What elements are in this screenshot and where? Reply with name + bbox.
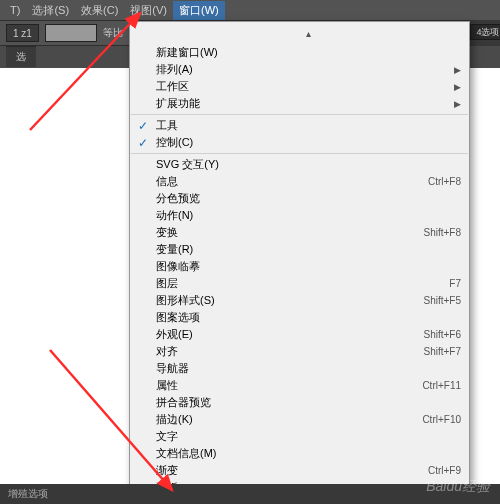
menu-item-label: 工具 [156, 118, 178, 133]
menu-item-[interactable]: 扩展功能▶ [130, 95, 469, 112]
zoom-select[interactable]: 1 z1 [6, 24, 39, 42]
menu-item-[interactable]: 对齐Shift+F7 [130, 343, 469, 360]
menu-item-w[interactable]: 新建窗口(W) [130, 44, 469, 61]
menu-item-label: 文字 [156, 429, 178, 444]
menu-item-label: 变量(R) [156, 242, 193, 257]
menu-item-e[interactable]: 外观(E)Shift+F6 [130, 326, 469, 343]
menu-select[interactable]: 选择(S) [26, 1, 75, 20]
menu-item-label: 分色预览 [156, 191, 200, 206]
submenu-arrow-icon: ▶ [454, 82, 461, 92]
menu-item-label: 新建窗口(W) [156, 45, 218, 60]
document-tab[interactable]: 选 [6, 46, 36, 67]
menu-shortcut: Shift+F7 [423, 346, 461, 357]
menu-item-[interactable]: ✓工具 [130, 117, 469, 134]
bottom-label: 增殖选项 [8, 487, 48, 501]
menu-item-[interactable]: 分色预览 [130, 190, 469, 207]
menu-item-[interactable]: 图像临摹 [130, 258, 469, 275]
menu-window[interactable]: 窗口(W) [173, 1, 225, 20]
menu-shortcut: Ctrl+F10 [422, 414, 461, 425]
ratio-bar[interactable] [45, 24, 97, 42]
menu-item-label: 动作(N) [156, 208, 193, 223]
menu-item-[interactable]: 文字 [130, 428, 469, 445]
menu-item-[interactable]: 导航器 [130, 360, 469, 377]
menu-item-[interactable]: 图案选项 [130, 309, 469, 326]
menu-item-s[interactable]: 图形样式(S)Shift+F5 [130, 292, 469, 309]
menu-item-label: 图像临摹 [156, 259, 200, 274]
menu-shortcut: Shift+F6 [423, 329, 461, 340]
menu-item-c[interactable]: ✓控制(C) [130, 134, 469, 151]
check-icon: ✓ [138, 119, 148, 133]
menu-scroll-up[interactable]: ▴ [130, 22, 469, 44]
submenu-arrow-icon: ▶ [454, 65, 461, 75]
menu-shortcut: Shift+F5 [423, 295, 461, 306]
menu-item-label: 对齐 [156, 344, 178, 359]
window-menu-dropdown: ▴新建窗口(W)排列(A)▶工作区▶扩展功能▶✓工具✓控制(C)SVG 交互(Y… [129, 21, 470, 501]
menu-item-label: 图层 [156, 276, 178, 291]
menu-item-[interactable]: 信息Ctrl+F8 [130, 173, 469, 190]
menu-item-label: 变换 [156, 225, 178, 240]
menu-item-[interactable]: 渐变Ctrl+F9 [130, 462, 469, 479]
menu-shortcut: F7 [449, 278, 461, 289]
menu-item-label: 工作区 [156, 79, 189, 94]
check-icon: ✓ [138, 136, 148, 150]
menu-item-label: 渐变 [156, 463, 178, 478]
menu-item-label: 导航器 [156, 361, 189, 376]
menu-item-label: 拼合器预览 [156, 395, 211, 410]
menu-item-label: 属性 [156, 378, 178, 393]
menu-item-a[interactable]: 排列(A)▶ [130, 61, 469, 78]
up-arrow-icon: ▴ [306, 28, 311, 39]
bottom-bar: 增殖选项 [0, 484, 500, 504]
menu-separator [131, 114, 468, 115]
menu-item-[interactable]: 工作区▶ [130, 78, 469, 95]
menu-shortcut: Ctrl+F8 [428, 176, 461, 187]
menu-item-label: 信息 [156, 174, 178, 189]
menu-item-[interactable]: 属性Ctrl+F11 [130, 377, 469, 394]
menu-item-label: SVG 交互(Y) [156, 157, 219, 172]
menu-item-label: 扩展功能 [156, 96, 200, 111]
menu-item-[interactable]: 拼合器预览 [130, 394, 469, 411]
menu-item-label: 图案选项 [156, 310, 200, 325]
menu-shortcut: Ctrl+F11 [422, 380, 461, 391]
menu-shortcut: Shift+F8 [423, 227, 461, 238]
menu-item-[interactable]: 图层F7 [130, 275, 469, 292]
menu-item-r[interactable]: 变量(R) [130, 241, 469, 258]
menu-item-k[interactable]: 描边(K)Ctrl+F10 [130, 411, 469, 428]
right-options-button[interactable]: 4选项 [470, 24, 500, 40]
menu-shortcut: Ctrl+F9 [428, 465, 461, 476]
ratio-label: 等比 [103, 26, 123, 40]
menu-item-m[interactable]: 文档信息(M) [130, 445, 469, 462]
menu-t[interactable]: T) [4, 2, 26, 18]
menu-item-label: 控制(C) [156, 135, 193, 150]
menu-item-label: 文档信息(M) [156, 446, 217, 461]
menu-item-n[interactable]: 动作(N) [130, 207, 469, 224]
menu-item-label: 描边(K) [156, 412, 193, 427]
menu-item-label: 外观(E) [156, 327, 193, 342]
menu-item-[interactable]: 变换Shift+F8 [130, 224, 469, 241]
menu-view[interactable]: 视图(V) [124, 1, 173, 20]
menu-item-svgy[interactable]: SVG 交互(Y) [130, 156, 469, 173]
submenu-arrow-icon: ▶ [454, 99, 461, 109]
menu-item-label: 图形样式(S) [156, 293, 215, 308]
menu-item-label: 排列(A) [156, 62, 193, 77]
menubar: T) 选择(S) 效果(C) 视图(V) 窗口(W) [0, 0, 500, 20]
menu-separator [131, 153, 468, 154]
menu-effect[interactable]: 效果(C) [75, 1, 124, 20]
